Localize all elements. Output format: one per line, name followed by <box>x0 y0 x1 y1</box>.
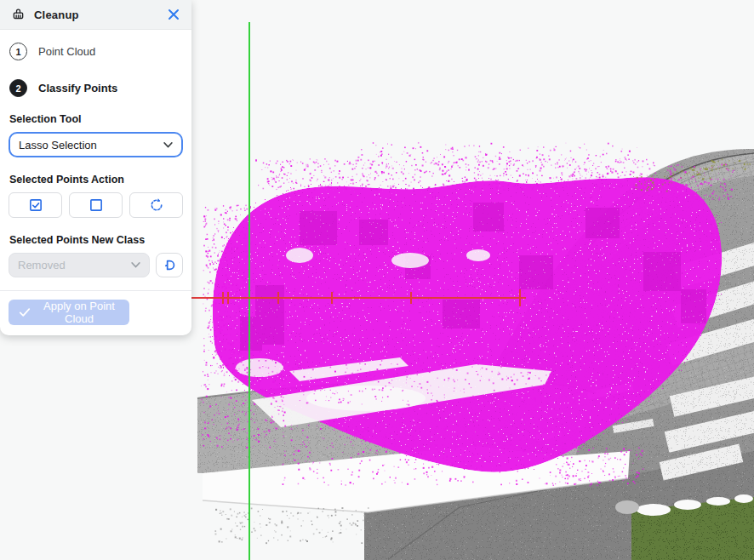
check-icon <box>19 307 31 317</box>
lasso-icon <box>163 258 177 272</box>
chevron-down-icon <box>163 142 173 148</box>
new-class-row: Removed <box>9 253 183 277</box>
action-buttons <box>9 192 183 218</box>
selection-tool-select[interactable]: Lasso Selection <box>9 132 183 157</box>
checkbox-checked-icon <box>28 197 43 213</box>
panel-body: 1 Point Cloud 2 Classify Points Selectio… <box>0 43 191 335</box>
deselect-points-button[interactable] <box>69 192 123 218</box>
step-point-cloud: 1 Point Cloud <box>0 43 191 60</box>
reset-selection-button[interactable] <box>129 192 183 218</box>
panel-title: Cleanup <box>34 9 158 21</box>
broom-icon <box>10 7 26 23</box>
divider <box>0 290 191 291</box>
chevron-down-icon <box>131 262 140 268</box>
step-label: Point Cloud <box>38 45 95 58</box>
close-button[interactable] <box>166 7 181 22</box>
selection-tool-label: Selection Tool <box>9 113 182 125</box>
step-classify-points: 2 Classify Points <box>0 79 191 97</box>
lasso-tool-button[interactable] <box>156 253 183 277</box>
cleanup-panel: Cleanup 1 Point Cloud 2 Classify Points … <box>0 0 191 335</box>
square-icon <box>89 197 104 213</box>
rotate-reset-icon <box>149 197 164 213</box>
panel-header: Cleanup <box>0 0 191 30</box>
step-label: Classify Points <box>38 82 117 94</box>
select-points-button[interactable] <box>9 192 62 218</box>
selection-tool-value: Lasso Selection <box>19 139 97 151</box>
new-class-value: Removed <box>18 259 66 271</box>
step-number: 1 <box>9 43 27 60</box>
new-class-label: Selected Points New Class <box>9 234 182 246</box>
app-window: Cleanup 1 Point Cloud 2 Classify Points … <box>0 0 754 560</box>
selected-points-action-label: Selected Points Action <box>9 174 182 186</box>
close-icon <box>168 9 180 20</box>
step-number: 2 <box>9 79 27 97</box>
new-class-select[interactable]: Removed <box>9 253 150 277</box>
apply-on-point-cloud-button[interactable]: Apply on Point Cloud <box>9 300 129 325</box>
apply-button-label: Apply on Point Cloud <box>39 300 119 325</box>
